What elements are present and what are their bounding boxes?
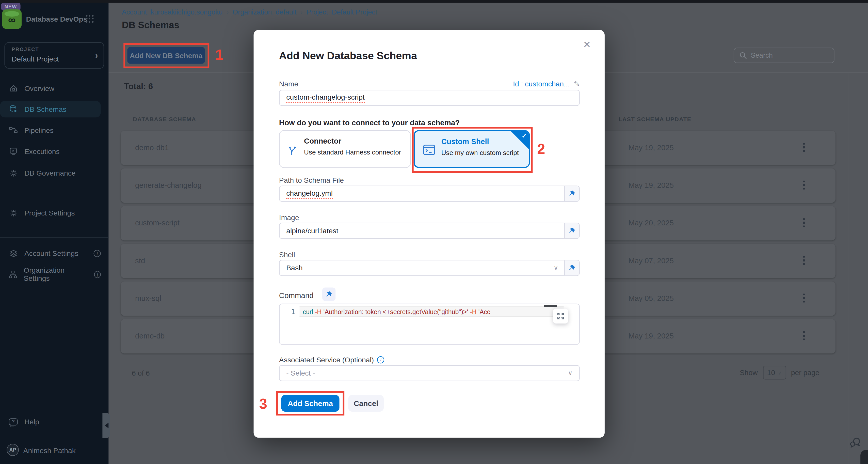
db-schema-icon [8,105,18,114]
code-token: -H [468,309,478,315]
row-menu-icon[interactable] [800,256,808,266]
layers-icon [8,249,18,258]
annotation-number-2: 2 [537,141,545,158]
help-chat-icon: ? [8,417,18,426]
breadcrumb-account[interactable]: Account: kurosakiichigo.songoku [122,8,223,16]
sidebar-item-help[interactable]: ? Help [0,413,108,430]
window-top-edge [0,0,868,3]
image-value: alpine/curl:latest [286,227,338,235]
schema-name: custom-script [135,219,180,227]
chevron-down-icon: ∨ [568,370,572,377]
pin-icon[interactable] [564,260,579,276]
chat-bubbles-icon[interactable] [849,437,862,449]
avatar[interactable]: AP [7,444,19,456]
info-icon: i [93,250,100,257]
shell-select[interactable]: Bash ∨ [279,260,580,276]
breadcrumb-project[interactable]: Project: Default Project [307,8,377,16]
sidebar-item-executions[interactable]: Executions [0,143,108,160]
sidebar-divider [0,237,108,238]
chevron-right-icon: › [226,8,229,16]
pagination-controls: Show 10 ∨ per page [740,366,819,380]
search-input[interactable]: Search [734,48,835,63]
connect-question: How do you want to connect to your data … [279,119,460,127]
code-token: -H [313,309,323,315]
schema-updated: May 19, 2025 [628,332,674,340]
pin-icon[interactable] [564,186,579,201]
show-label: Show [740,369,758,377]
breadcrumb: Account: kurosakiichigo.songoku › Organi… [122,8,377,16]
collapse-left-icon [104,423,108,429]
sidebar-item-label: Pipelines [24,126,54,135]
row-menu-icon[interactable] [800,331,808,341]
sidebar-item-organization-settings[interactable]: Organization Settings i [0,266,108,283]
sidebar-item-label: DB Schemas [24,105,66,113]
shell-value: Bash [286,264,303,272]
column-header-last-schema-update: LAST SCHEMA UPDATE [618,116,691,122]
code-token: curl [303,309,313,315]
breadcrumb-organization[interactable]: Organization: default [232,8,297,16]
connector-branch-icon [288,143,299,156]
column-header-database-schema: DATABASE SCHEMA [133,116,196,122]
total-count: Total: 6 [124,82,153,91]
sidebar-item-db-governance[interactable]: DB Governance [0,165,108,181]
schema-updated: May 07, 2025 [628,256,674,265]
command-code-editor[interactable]: 1 curl -H 'Authorization: token <+secret… [279,304,580,345]
schema-name: generate-changelog [135,181,202,190]
image-input[interactable]: alpine/curl:latest [279,223,580,239]
sidebar-item-label: Overview [24,84,54,92]
sidebar-collapse-handle[interactable] [102,413,110,438]
org-hierarchy-icon [8,270,18,279]
sidebar-item-label: Help [24,417,39,426]
pin-icon[interactable] [564,223,579,238]
schema-name: std [135,256,145,265]
shell-label: Shell [279,250,295,259]
project-selector[interactable]: PROJECT Default Project › [4,42,104,69]
schema-updated: May 05, 2025 [628,294,674,302]
option-title: Connector [304,137,341,145]
line-number: 1 [280,308,295,316]
sidebar-item-label: Organization Settings [24,266,88,283]
expand-fullscreen-icon[interactable] [553,309,568,323]
sidebar-item-overview[interactable]: Overview [0,80,108,96]
harness-dbops-logo[interactable]: ∞ [2,9,22,29]
schema-updated: May 19, 2025 [628,144,674,152]
entity-id[interactable]: Id : customchan... [513,80,570,88]
associated-service-row: Associated Service (Optional) i [279,356,384,364]
per-page-label: per page [791,369,819,377]
sidebar-item-db-schemas[interactable]: DB Schemas [0,101,101,117]
command-code-line: curl -H 'Authorization: token <+secrets.… [303,308,577,316]
scroll-rail-divider [848,73,848,464]
page-size-select[interactable]: 10 ∨ [763,366,786,380]
sidebar-item-pipelines[interactable]: Pipelines [0,122,108,139]
entity-id-row: Id : customchan... ✎ [279,80,580,88]
path-input[interactable]: changelog.yml [279,185,580,202]
option-card-connector[interactable]: Connector Use standard Harness connector [279,130,411,168]
annotation-number-3: 3 [259,396,267,413]
page-size-value: 10 [767,369,775,377]
editor-scrollbar-thumb[interactable] [544,305,557,307]
search-icon [739,52,747,59]
pin-icon[interactable] [322,288,336,301]
edit-pencil-icon[interactable]: ✎ [574,80,580,88]
command-label: Command [279,291,314,300]
associated-service-select[interactable]: - Select - ∨ [279,365,580,381]
info-icon[interactable]: i [377,356,384,364]
row-menu-icon[interactable] [800,294,808,304]
row-menu-icon[interactable] [800,181,808,191]
sidebar-item-account-settings[interactable]: Account Settings i [0,245,108,261]
name-input[interactable]: custom-changelog-script [279,90,580,106]
logo-infinity-icon: ∞ [2,14,22,26]
close-icon[interactable]: ✕ [583,39,591,51]
cancel-button[interactable]: Cancel [348,395,384,412]
sidebar-item-project-settings[interactable]: Project Settings [0,205,108,221]
annotation-number-1: 1 [215,47,223,64]
module-grid-icon[interactable] [86,15,94,23]
row-menu-icon[interactable] [800,218,808,228]
project-name: Default Project [12,55,59,63]
chat-widget-corner[interactable] [860,450,868,464]
pipelines-icon [8,126,18,135]
image-label: Image [279,213,299,222]
chevron-right-icon: › [95,50,98,60]
row-menu-icon[interactable] [800,143,808,153]
name-value: custom-changelog-script [286,93,365,103]
